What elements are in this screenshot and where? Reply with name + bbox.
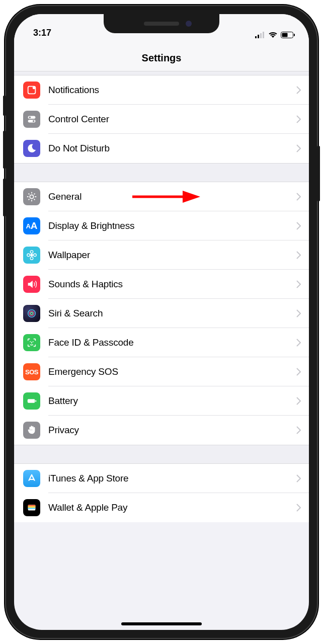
group-separator xyxy=(14,163,309,182)
row-battery[interactable]: Battery xyxy=(14,386,309,416)
chevron-right-icon xyxy=(296,222,301,230)
settings-group-0: Notifications Control Center Do Not xyxy=(14,75,309,163)
battery-icon xyxy=(281,32,295,38)
cellular-signal-icon xyxy=(255,32,265,38)
page-title: Settings xyxy=(14,52,309,64)
row-do-not-disturb[interactable]: Do Not Disturb xyxy=(14,134,309,163)
chevron-right-icon xyxy=(296,368,301,376)
row-label: Sounds & Haptics xyxy=(48,279,296,290)
row-general[interactable]: General xyxy=(14,182,309,211)
power-button xyxy=(317,146,320,201)
group-separator xyxy=(14,445,309,464)
svg-point-20 xyxy=(34,254,37,257)
svg-point-12 xyxy=(33,120,35,122)
row-label: Wallet & Apple Pay xyxy=(48,502,296,513)
chevron-right-icon xyxy=(296,309,301,317)
chevron-right-icon xyxy=(296,193,301,201)
phone-device-frame: 3:17 xyxy=(5,5,318,639)
svg-rect-26 xyxy=(28,399,35,403)
moon-icon xyxy=(23,140,40,157)
nav-header: Settings xyxy=(14,40,309,71)
svg-point-10 xyxy=(29,117,31,119)
svg-rect-5 xyxy=(282,33,288,37)
text-size-icon: AA xyxy=(23,217,40,234)
row-display-brightness[interactable]: AA Display & Brightness xyxy=(14,211,309,240)
faceid-icon xyxy=(23,334,40,351)
row-control-center[interactable]: Control Center xyxy=(14,105,309,134)
row-label: General xyxy=(48,191,296,202)
svg-rect-0 xyxy=(255,36,257,38)
row-face-id-passcode[interactable]: Face ID & Passcode xyxy=(14,328,309,357)
row-wallet-apple-pay[interactable]: Wallet & Apple Pay xyxy=(14,493,309,522)
wifi-icon xyxy=(268,31,278,38)
row-sounds-haptics[interactable]: Sounds & Haptics xyxy=(14,270,309,299)
hand-icon xyxy=(23,422,40,439)
row-notifications[interactable]: Notifications xyxy=(14,75,309,105)
chevron-right-icon xyxy=(296,280,301,288)
group-separator xyxy=(14,71,309,75)
chevron-right-icon xyxy=(296,504,301,512)
chevron-right-icon xyxy=(296,115,301,123)
row-label: iTunes & App Store xyxy=(48,473,296,484)
settings-group-1: General AA Display & Brightness xyxy=(14,182,309,445)
row-label: Privacy xyxy=(48,425,296,436)
svg-point-25 xyxy=(33,341,34,342)
wallet-icon xyxy=(23,499,40,516)
svg-point-22 xyxy=(29,311,34,315)
volume-down-button xyxy=(3,179,6,216)
svg-point-13 xyxy=(30,195,33,198)
svg-rect-27 xyxy=(35,400,36,402)
notifications-icon xyxy=(23,82,40,99)
svg-rect-1 xyxy=(258,35,259,38)
row-itunes-app-store[interactable]: iTunes & App Store xyxy=(14,464,309,493)
row-label: Battery xyxy=(48,395,296,407)
svg-rect-6 xyxy=(294,34,295,36)
svg-point-23 xyxy=(31,312,33,315)
home-indicator[interactable] xyxy=(121,622,202,625)
svg-point-16 xyxy=(30,254,33,257)
chevron-right-icon xyxy=(296,144,301,152)
row-label: Control Center xyxy=(48,114,296,125)
row-wallpaper[interactable]: Wallpaper xyxy=(14,240,309,270)
svg-point-19 xyxy=(27,254,30,257)
row-label: Wallpaper xyxy=(48,250,296,261)
row-siri-search[interactable]: Siri & Search xyxy=(14,299,309,328)
appstore-icon xyxy=(23,470,40,487)
svg-point-18 xyxy=(30,257,33,260)
svg-point-24 xyxy=(30,341,31,342)
svg-point-8 xyxy=(33,87,36,90)
row-emergency-sos[interactable]: SOS Emergency SOS xyxy=(14,357,309,386)
svg-rect-30 xyxy=(28,506,36,508)
flower-icon xyxy=(23,247,40,264)
svg-rect-31 xyxy=(28,508,36,509)
svg-point-17 xyxy=(30,251,33,254)
row-label: Display & Brightness xyxy=(48,220,296,231)
chevron-right-icon xyxy=(296,339,301,347)
status-time: 3:17 xyxy=(33,28,51,38)
chevron-right-icon xyxy=(296,86,301,94)
row-privacy[interactable]: Privacy xyxy=(14,416,309,445)
chevron-right-icon xyxy=(296,397,301,405)
svg-rect-3 xyxy=(263,32,264,38)
siri-icon xyxy=(23,305,40,322)
svg-rect-29 xyxy=(28,505,36,507)
speaker-icon xyxy=(23,276,40,293)
mute-switch xyxy=(3,96,6,116)
row-label: Emergency SOS xyxy=(48,366,296,377)
volume-up-button xyxy=(3,131,6,169)
screen: 3:17 xyxy=(14,14,309,630)
svg-rect-2 xyxy=(260,33,262,38)
status-indicators xyxy=(255,31,295,38)
row-label: Siri & Search xyxy=(48,308,296,319)
chevron-right-icon xyxy=(296,251,301,259)
toggles-icon xyxy=(23,111,40,128)
row-label: Do Not Disturb xyxy=(48,143,296,154)
notch xyxy=(104,14,219,33)
speaker-grille xyxy=(144,22,179,26)
settings-group-2: iTunes & App Store Wallet & Apple Pay xyxy=(14,464,309,522)
battery-icon xyxy=(23,392,40,410)
sos-icon: SOS xyxy=(23,363,40,380)
chevron-right-icon xyxy=(296,474,301,482)
gear-icon xyxy=(23,188,40,205)
row-label: Face ID & Passcode xyxy=(48,337,296,348)
